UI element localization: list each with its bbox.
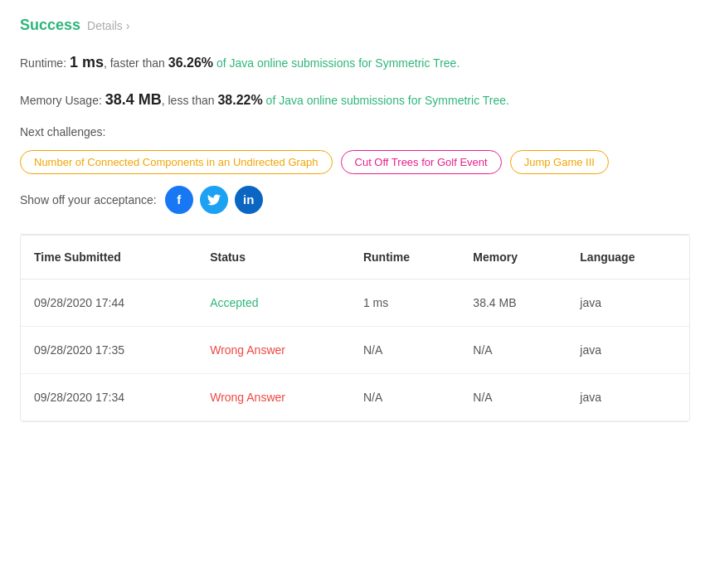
memory-pct-text: 38.22% [217, 93, 262, 107]
challenge-button-2[interactable]: Cut Off Trees for Golf Event [341, 150, 502, 174]
twitter-icon[interactable] [200, 186, 228, 214]
cell-runtime-1: N/A [350, 326, 460, 373]
runtime-suffix-post-text: of Java online submissions for Symmetric… [216, 56, 460, 70]
col-time-submitted: Time Submitted [21, 236, 197, 279]
cell-time-0: 09/28/2020 17:44 [21, 279, 197, 326]
social-icons: f in [165, 186, 263, 214]
table-row: 09/28/2020 17:34 Wrong Answer N/A N/A ja… [21, 373, 689, 420]
table-row: 09/28/2020 17:44 Accepted 1 ms 38.4 MB j… [21, 279, 689, 326]
table-body: 09/28/2020 17:44 Accepted 1 ms 38.4 MB j… [21, 279, 689, 420]
cell-language-1: java [567, 326, 689, 373]
runtime-suffix-pre: , faster than [104, 56, 165, 70]
cell-status-0[interactable]: Accepted [197, 279, 350, 326]
memory-suffix-post-text: of Java online submissions for Symmetric… [266, 94, 509, 107]
memory-line: Memory Usage: 38.4 MB, less than 38.22% … [20, 88, 690, 112]
show-off-row: Show off your acceptance: f in [20, 186, 690, 214]
challenge-button-1[interactable]: Number of Connected Components in an Und… [20, 150, 333, 174]
cell-status-2[interactable]: Wrong Answer [197, 373, 350, 420]
cell-language-2: java [567, 373, 689, 420]
facebook-icon[interactable]: f [165, 186, 193, 214]
cell-runtime-2: N/A [350, 373, 460, 420]
table-header: Time Submitted Status Runtime Memory Lan… [21, 236, 689, 279]
challenges-row: Number of Connected Components in an Und… [20, 150, 690, 174]
memory-value-text: 38.4 MB [105, 91, 162, 108]
show-off-label: Show off your acceptance: [20, 193, 157, 207]
challenge-button-3[interactable]: Jump Game III [510, 150, 609, 174]
cell-memory-0: 38.4 MB [460, 279, 567, 326]
twitter-bird-icon [207, 194, 221, 206]
success-label: Success [20, 17, 80, 34]
runtime-pct-text: 36.26% [168, 56, 213, 70]
cell-runtime-0: 1 ms [350, 279, 460, 326]
details-text: Details [87, 19, 123, 32]
col-runtime: Runtime [350, 236, 460, 279]
submissions-table-container: Time Submitted Status Runtime Memory Lan… [20, 235, 690, 422]
next-challenges-label: Next challenges: [20, 125, 690, 138]
cell-time-2: 09/28/2020 17:34 [21, 373, 197, 420]
runtime-prefix: Runtime: [20, 56, 66, 70]
table-row: 09/28/2020 17:35 Wrong Answer N/A N/A ja… [21, 326, 689, 373]
cell-memory-2: N/A [460, 373, 567, 420]
memory-prefix: Memory Usage: [20, 94, 102, 107]
cell-time-1: 09/28/2020 17:35 [21, 326, 197, 373]
submissions-table: Time Submitted Status Runtime Memory Lan… [21, 236, 689, 421]
runtime-line: Runtime: 1 ms, faster than 36.26% of Jav… [20, 51, 690, 75]
cell-status-1[interactable]: Wrong Answer [197, 326, 350, 373]
runtime-value-text: 1 ms [70, 54, 104, 70]
header-row: Success Details › [20, 17, 690, 34]
table-header-row: Time Submitted Status Runtime Memory Lan… [21, 236, 689, 279]
col-memory: Memory [460, 236, 567, 279]
cell-language-0: java [567, 279, 689, 326]
details-link[interactable]: Details › [87, 19, 129, 32]
memory-suffix-pre: , less than [162, 94, 215, 107]
col-language: Language [567, 236, 689, 279]
col-status: Status [197, 236, 350, 279]
linkedin-icon[interactable]: in [235, 186, 263, 214]
cell-memory-1: N/A [460, 326, 567, 373]
details-arrow: › [126, 19, 130, 32]
